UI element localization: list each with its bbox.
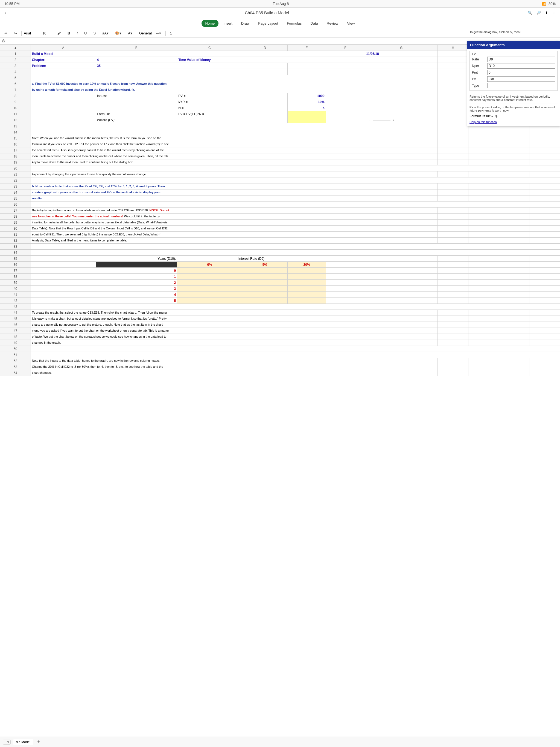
cell-B11[interactable]: Formula: (96, 111, 177, 117)
cell-A6[interactable]: a. Find the FV of $1,000 invested to ear… (31, 81, 438, 87)
cell-G37[interactable] (365, 268, 437, 274)
col-header-A[interactable]: A (31, 45, 96, 51)
cell-E11[interactable] (288, 111, 326, 117)
cell-A42[interactable] (31, 298, 96, 304)
cell-A4[interactable] (31, 69, 96, 75)
cell-J19[interactable] (499, 159, 529, 165)
cell-G40[interactable] (365, 286, 437, 292)
cell-I54[interactable] (468, 370, 499, 376)
nper-input[interactable] (487, 63, 555, 69)
cell-I28[interactable] (468, 213, 499, 220)
cell-I45[interactable] (468, 316, 499, 322)
cell-H4[interactable] (438, 69, 468, 75)
cell-A50[interactable] (31, 346, 560, 352)
more-formats[interactable]: ···▾ (154, 30, 163, 36)
cell-J24[interactable] (499, 189, 529, 196)
cell-J25[interactable] (499, 196, 529, 202)
cell-D8[interactable] (242, 93, 288, 99)
cell-J53[interactable] (499, 364, 529, 370)
cell-F38[interactable] (326, 274, 365, 280)
cell-D37[interactable] (242, 268, 288, 274)
cell-E36[interactable]: 20% (288, 262, 326, 268)
cell-I21[interactable] (468, 172, 499, 177)
cell-D41[interactable] (242, 292, 288, 298)
cell-D38[interactable] (242, 274, 288, 280)
cell-C2[interactable]: Time Value of Money (177, 57, 365, 63)
cell-J15[interactable] (499, 135, 529, 141)
cell-E4[interactable] (288, 69, 326, 75)
cell-H7[interactable] (438, 87, 468, 93)
cell-K39[interactable] (529, 280, 560, 286)
cell-A28[interactable]: use formulas in these cells! You must en… (31, 213, 438, 220)
cell-J42[interactable] (499, 298, 529, 304)
cell-I40[interactable] (468, 286, 499, 292)
cell-J35[interactable] (499, 256, 529, 262)
cell-J44[interactable] (499, 310, 529, 316)
cell-B12[interactable]: Wizard (FV): (96, 117, 177, 123)
cell-C8[interactable]: PV = (177, 93, 242, 99)
cell-A27[interactable]: Begin by typing in the row and column la… (31, 208, 438, 213)
cell-J17[interactable] (499, 147, 529, 153)
cell-A35[interactable] (31, 256, 96, 262)
cell-H38[interactable] (438, 274, 468, 280)
cell-B4[interactable] (96, 69, 177, 75)
cell-G38[interactable] (365, 274, 437, 280)
cell-G1[interactable]: 11/26/18 (365, 51, 437, 57)
cell-H18[interactable] (438, 153, 468, 159)
cell-J31[interactable] (499, 232, 529, 238)
cell-A11[interactable] (31, 111, 96, 117)
cell-I41[interactable] (468, 292, 499, 298)
cell-H53[interactable] (438, 364, 468, 370)
cell-A19[interactable]: key to move down to the next menu slot t… (31, 159, 438, 165)
cell-H31[interactable] (438, 232, 468, 238)
cell-H28[interactable] (438, 213, 468, 220)
cell-J49[interactable] (499, 340, 529, 346)
cell-F11[interactable] (326, 111, 365, 117)
cell-H29[interactable] (438, 220, 468, 226)
cell-K16[interactable] (529, 141, 560, 147)
cell-E10[interactable]: 5 (288, 105, 326, 111)
cell-C37[interactable] (177, 268, 242, 274)
cell-J47[interactable] (499, 328, 529, 334)
cell-E41[interactable] (288, 292, 326, 298)
col-header-H[interactable]: H (438, 45, 468, 51)
cell-H44[interactable] (438, 310, 468, 316)
cell-A23[interactable]: b. Now create a table that shows the FV … (31, 183, 438, 189)
cell-C4[interactable] (177, 69, 242, 75)
cell-A48[interactable]: of taste. We put the chart below on the … (31, 334, 438, 340)
cell-F41[interactable] (326, 292, 365, 298)
cell-H25[interactable] (438, 196, 468, 202)
cell-G11[interactable] (365, 111, 437, 117)
cell-D42[interactable] (242, 298, 288, 304)
cell-H30[interactable] (438, 226, 468, 232)
cell-A34[interactable] (31, 250, 560, 256)
cell-I37[interactable] (468, 268, 499, 274)
cell-I44[interactable] (468, 310, 499, 316)
cell-I48[interactable] (468, 334, 499, 340)
cell-F3[interactable] (326, 63, 365, 69)
cell-G9[interactable] (365, 99, 437, 105)
sum-button[interactable]: Σ (168, 30, 175, 36)
cell-C42[interactable] (177, 298, 242, 304)
font-color-button[interactable]: A▾ (126, 30, 134, 36)
cell-H14[interactable] (438, 129, 468, 135)
cell-H1[interactable] (438, 51, 468, 57)
pv-input[interactable] (487, 76, 555, 82)
cell-I29[interactable] (468, 220, 499, 226)
cell-F8[interactable] (326, 93, 365, 99)
fill-color-button[interactable]: 🎨▾ (113, 30, 124, 36)
cell-H52[interactable] (438, 358, 468, 364)
cell-A9[interactable] (31, 99, 96, 105)
cell-A39[interactable] (31, 280, 96, 286)
format-paint-button[interactable]: 🖌 (55, 30, 63, 36)
cell-A22[interactable] (31, 177, 560, 183)
cell-F1[interactable] (326, 51, 365, 57)
cell-B3[interactable]: 35 (96, 63, 177, 69)
cell-A54[interactable]: chart changes. (31, 370, 438, 376)
cell-A3[interactable]: Problem: (31, 63, 96, 69)
cell-K24[interactable] (529, 189, 560, 196)
cell-K44[interactable] (529, 310, 560, 316)
cell-H21[interactable] (438, 172, 468, 177)
cell-I46[interactable] (468, 322, 499, 328)
cell-E8[interactable]: 1000 (288, 93, 326, 99)
